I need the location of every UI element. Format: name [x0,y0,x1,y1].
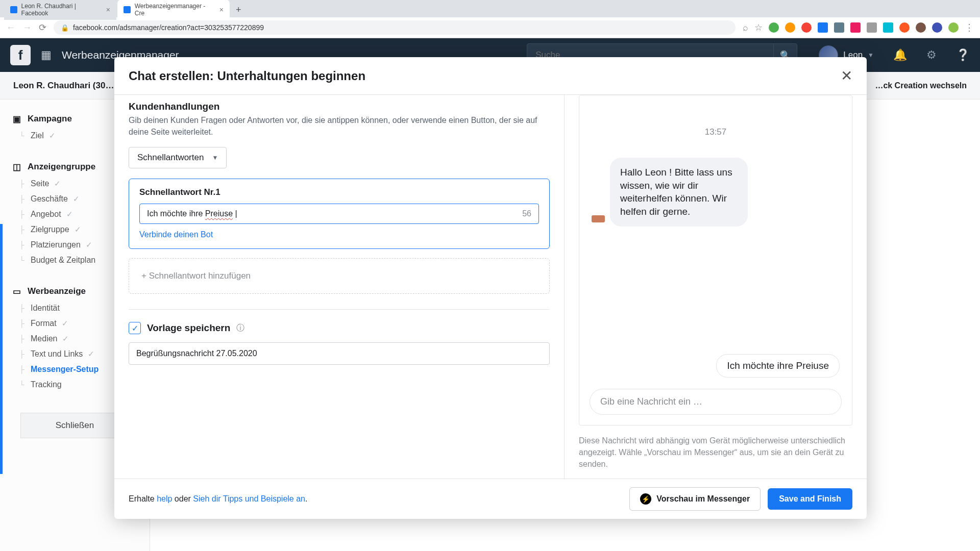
close-button[interactable]: Schließen [20,413,129,438]
extension-icon[interactable] [948,22,959,33]
char-count: 56 [522,209,531,218]
back-icon[interactable]: ← [6,22,15,33]
browser-tab[interactable]: Leon R. Chaudhari | Facebook × [4,0,116,20]
extension-icon[interactable] [834,22,844,33]
browser-chrome: Leon R. Chaudhari | Facebook × Werbeanze… [0,0,980,38]
preview-compose-field: Gib eine Nachricht ein … [590,389,842,415]
check-icon: ✓ [62,334,69,343]
quick-reply-input[interactable]: Ich möchte ihre Preiuse | [147,209,517,218]
check-icon: ✓ [49,131,56,140]
footer-help-text: Erhalte help oder Sieh dir Tipps und Bei… [129,494,307,504]
extension-icon[interactable] [932,22,942,33]
tab-title: Werbeanzeigenmanager - Cre [135,3,215,17]
check-icon: ✓ [75,225,81,234]
preview-disclaimer: Diese Nachricht wird abhängig vom Gerät … [579,435,852,470]
section-subtitle: Gib deinen Kunden Fragen oder Antworten … [129,114,550,138]
extension-icon[interactable] [818,22,828,33]
check-icon: ✓ [88,349,94,359]
save-template-label: Vorlage speichern [147,322,230,334]
modal-right-preview: 13:57 Hallo Leon ! Bitte lass uns wissen… [565,95,867,479]
extension-icon[interactable] [899,22,910,33]
save-and-finish-button[interactable]: Save and Finish [768,488,852,510]
modal-left-panel: Kundenhandlungen Gib deinen Kunden Frage… [114,95,565,479]
chat-create-modal: Chat erstellen: Unterhaltungen beginnen … [114,57,867,519]
preview-message-bubble: Hallo Leon ! Bitte lass uns wissen, wie … [610,158,748,227]
info-icon[interactable]: ⓘ [236,323,244,334]
gear-icon[interactable]: ⚙ [926,48,937,62]
save-template-checkbox[interactable]: ✓ [129,322,141,334]
close-icon[interactable]: ✕ [841,67,852,84]
extension-icon[interactable] [916,22,926,33]
help-icon[interactable]: ❔ [956,48,970,62]
lock-icon: 🔒 [61,24,69,32]
extension-icon[interactable] [850,22,861,33]
address-url: facebook.com/adsmanager/creation?act=303… [73,23,264,32]
browser-tab-bar: Leon R. Chaudhari | Facebook × Werbeanze… [0,0,980,17]
chevron-down-icon: ▼ [868,52,874,59]
quick-replies-dropdown[interactable]: Schnellantworten ▼ [129,147,227,168]
messenger-icon: ⚡ [640,493,651,505]
preview-timestamp: 13:57 [579,127,852,137]
close-icon[interactable]: × [219,6,224,14]
check-icon: ✓ [54,179,61,188]
quick-reply-input-wrap[interactable]: Ich möchte ihre Preiuse | 56 [139,204,539,224]
help-link[interactable]: help [157,494,172,503]
extension-icon[interactable] [883,22,893,33]
favicon-icon [10,6,17,13]
preview-in-messenger-button[interactable]: ⚡ Vorschau im Messenger [629,487,761,511]
menu-icon[interactable]: ⋮ [965,22,974,33]
modal-title: Chat erstellen: Unterhaltungen beginnen [129,69,365,83]
page-avatar-icon [592,215,605,222]
add-quick-reply-button[interactable]: + Schnellantwort hinzufügen [129,258,550,294]
extension-icon[interactable] [769,22,779,33]
facebook-logo-icon[interactable]: f [10,45,31,65]
extension-icon[interactable] [801,22,812,33]
ad-icon: ▭ [12,287,21,296]
star-icon[interactable]: ☆ [754,22,763,33]
chat-preview: 13:57 Hallo Leon ! Bitte lass uns wissen… [579,95,852,425]
template-name-input[interactable] [129,342,550,365]
browser-tab-active[interactable]: Werbeanzeigenmanager - Cre × [117,0,230,20]
apps-grid-icon[interactable]: ▦ [41,48,52,62]
extension-icons: ⌕ ☆ ⋮ [743,22,974,33]
bell-icon[interactable]: 🔔 [893,48,907,62]
tree-branch-icon: └ [19,132,24,140]
preview-quick-reply-chip: Ich möchte ihre Preiuse [716,354,840,378]
check-icon: ✓ [62,319,68,328]
connect-bot-link[interactable]: Verbinde deinen Bot [139,230,213,239]
folder-icon: ▣ [12,114,21,123]
divider [129,309,550,310]
new-tab-button[interactable]: + [231,5,247,15]
forward-icon[interactable]: → [22,22,32,33]
extension-icon[interactable] [785,22,795,33]
adset-icon: ◫ [12,162,21,171]
check-icon: ✓ [73,194,80,204]
tips-link[interactable]: Sieh dir Tipps und Beispiele an [193,494,305,503]
quick-creation-toggle[interactable]: …ck Creation wechseln [875,81,967,90]
account-name[interactable]: Leon R. Chaudhari (30… [13,81,114,91]
address-field[interactable]: 🔒 facebook.com/adsmanager/creation?act=3… [54,20,736,35]
check-icon: ✓ [66,210,73,219]
dropdown-label: Schnellantworten [137,153,204,163]
quick-reply-card: Schnellantwort Nr.1 Ich möchte ihre Prei… [129,179,550,249]
zoom-icon[interactable]: ⌕ [743,22,748,33]
tab-title: Leon R. Chaudhari | Facebook [21,3,102,17]
quick-reply-title: Schnellantwort Nr.1 [139,187,539,197]
chevron-down-icon: ▼ [212,154,218,161]
section-title-kundenhandlungen: Kundenhandlungen [129,101,550,112]
reload-icon[interactable]: ⟳ [39,22,46,33]
browser-address-bar: ← → ⟳ 🔒 facebook.com/adsmanager/creation… [0,17,980,38]
favicon-icon [124,6,131,13]
extension-icon[interactable] [867,22,877,33]
check-icon: ✓ [86,240,92,249]
close-icon[interactable]: × [106,6,110,14]
